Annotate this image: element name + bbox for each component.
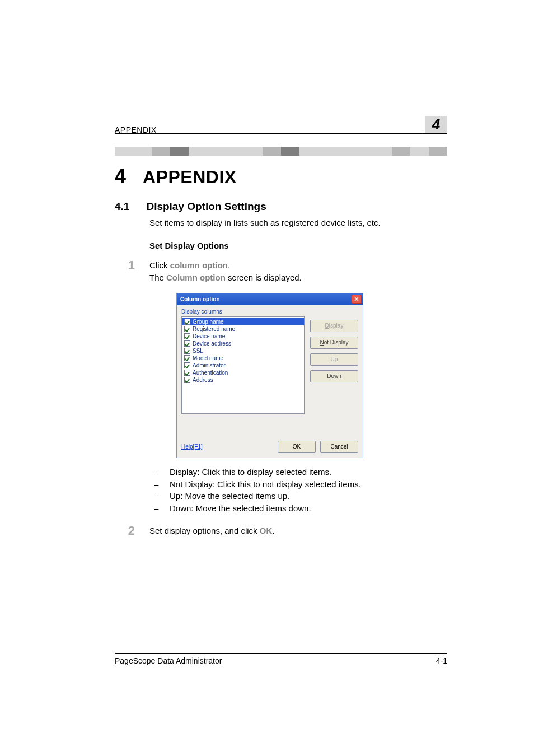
step-text: Set display options, and click OK.: [149, 525, 447, 537]
h1-number: 4: [115, 165, 126, 188]
dialog-body: Display columns Group name Registered na…: [177, 305, 363, 458]
button-prefix: D: [327, 373, 331, 379]
heading-1: 4 APPENDIX: [115, 165, 447, 188]
step1-suffix: .: [228, 260, 230, 270]
heading-3: Set Display Options: [149, 241, 447, 250]
step2-action: OK: [260, 526, 273, 535]
dialog-side-buttons: Display Not Display Up Down: [310, 316, 358, 414]
checkbox-icon[interactable]: [184, 377, 190, 383]
bullet-text: Up: Move the selected items up.: [170, 490, 447, 502]
footer-left: PageScope Data Administrator: [115, 656, 222, 665]
bullet-text: Not Display: Click this to not display s…: [170, 478, 447, 491]
step-2: 2 Set display options, and click OK.: [115, 525, 447, 537]
step1-line2-prefix: The: [149, 273, 166, 282]
list-item-label: Address: [193, 377, 213, 383]
footer-rule: [115, 653, 447, 654]
button-label: p: [335, 356, 338, 362]
checkbox-icon[interactable]: [184, 362, 190, 368]
dialog-footer: Help[F1] OK Cancel: [181, 441, 358, 453]
list-item: –Up: Move the selected items up.: [149, 490, 447, 502]
close-icon[interactable]: [352, 295, 362, 304]
dash-icon: –: [149, 478, 170, 491]
up-button[interactable]: Up: [310, 353, 358, 366]
dialog-title: Column option: [180, 296, 220, 302]
display-button[interactable]: Display: [310, 320, 358, 332]
step-number: 2: [115, 525, 135, 537]
step2-suffix: .: [272, 526, 274, 535]
h2-number: 4.1: [115, 200, 129, 213]
bullet-text: Display: Click this to display selected …: [170, 466, 447, 478]
cancel-button[interactable]: Cancel: [320, 441, 358, 453]
checkbox-icon[interactable]: [184, 319, 190, 325]
list-item: –Display: Click this to display selected…: [149, 466, 447, 478]
column-option-dialog: Column option Display columns Group name…: [176, 293, 363, 458]
chapter-tab: 4: [425, 116, 447, 134]
list-item[interactable]: Device name: [182, 333, 304, 340]
page-footer: PageScope Data Administrator 4-1: [115, 656, 447, 665]
h1-title: APPENDIX: [143, 167, 237, 188]
step1-line2-emph: Column option: [166, 273, 226, 282]
list-item-label: Device address: [193, 340, 231, 347]
list-item: –Down: Move the selected items down.: [149, 502, 447, 515]
h2-title: Display Option Settings: [146, 200, 266, 213]
checkbox-icon[interactable]: [184, 340, 190, 347]
header-rule: [115, 133, 425, 134]
columns-listbox[interactable]: Group name Registered name Device name D…: [181, 316, 305, 414]
step-text: Click column option. The Column option s…: [149, 259, 447, 284]
button-label: wn: [334, 373, 341, 379]
intro-text: Set items to display in lists such as re…: [149, 217, 447, 228]
list-item-label: Device name: [193, 333, 225, 339]
dash-icon: –: [149, 466, 170, 478]
step-number: 1: [115, 259, 135, 284]
step2-prefix: Set display options, and click: [149, 526, 260, 535]
dash-icon: –: [149, 490, 170, 502]
checkbox-icon[interactable]: [184, 348, 190, 354]
bullet-text: Down: Move the selected items down.: [170, 502, 447, 515]
list-item-label: Administrator: [193, 362, 226, 368]
button-label: isplay: [329, 323, 344, 329]
mnemonic: D: [325, 323, 329, 329]
list-item: –Not Display: Click this to not display …: [149, 478, 447, 491]
body: 4 APPENDIX 4.1 Display Option Settings S…: [115, 162, 447, 537]
running-header: APPENDIX 4: [115, 116, 447, 134]
list-item[interactable]: Model name: [182, 354, 304, 362]
mnemonic: N: [320, 339, 324, 346]
list-item[interactable]: Device address: [182, 340, 304, 347]
checkbox-icon[interactable]: [184, 326, 190, 332]
checkbox-icon[interactable]: [184, 355, 190, 361]
list-item-label: Authentication: [193, 370, 228, 376]
dialog-titlebar[interactable]: Column option: [177, 293, 363, 305]
footer-right: 4-1: [436, 656, 447, 665]
checkbox-icon[interactable]: [184, 333, 190, 339]
mnemonic: U: [331, 356, 335, 362]
ok-button[interactable]: OK: [278, 441, 316, 453]
step-1: 1 Click column option. The Column option…: [115, 259, 447, 284]
list-item[interactable]: Group name: [182, 318, 304, 325]
list-item[interactable]: Authentication: [182, 369, 304, 376]
step1-action: column option: [170, 260, 228, 270]
list-item-label: Model name: [193, 355, 223, 361]
help-link[interactable]: Help[F1]: [181, 444, 203, 450]
button-label: ot Display: [324, 339, 349, 346]
checkbox-icon[interactable]: [184, 370, 190, 376]
dash-icon: –: [149, 502, 170, 515]
divider-bar: [115, 147, 447, 156]
list-item[interactable]: Registered name: [182, 325, 304, 333]
step1-prefix: Click: [149, 260, 170, 270]
list-item-label: Registered name: [193, 326, 235, 332]
list-item-label: Group name: [193, 319, 224, 325]
not-display-button[interactable]: Not Display: [310, 337, 358, 349]
list-item[interactable]: Address: [182, 376, 304, 384]
page: APPENDIX 4 4 APPENDIX 4.1 Display Option…: [0, 0, 534, 756]
list-item[interactable]: Administrator: [182, 362, 304, 369]
down-button[interactable]: Down: [310, 370, 358, 382]
list-item-label: SSL: [193, 348, 203, 354]
step1-line2-suffix: screen is displayed.: [226, 273, 302, 282]
display-columns-label: Display columns: [181, 309, 358, 315]
bullet-list: –Display: Click this to display selected…: [149, 466, 447, 515]
list-item[interactable]: SSL: [182, 347, 304, 354]
heading-2: 4.1 Display Option Settings: [115, 200, 447, 213]
